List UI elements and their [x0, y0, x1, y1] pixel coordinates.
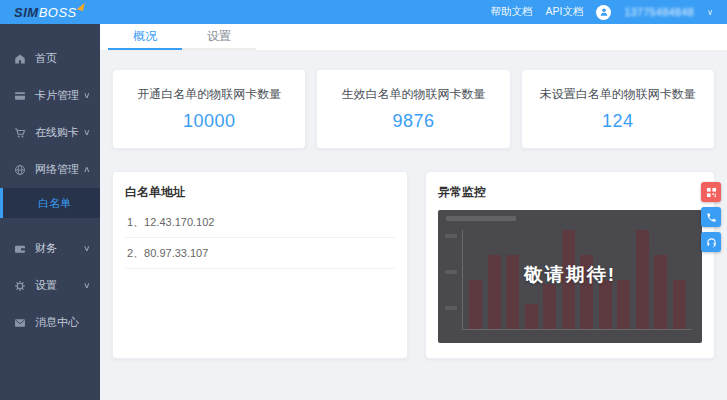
anomaly-monitor-panel: 异常监控 敬请期待!: [425, 171, 715, 359]
sidebar-nav: 首页 卡片管理 ∨ 在线购卡 ∨ 网络管理 ∧ 白名单 财: [0, 24, 100, 400]
sidebar-item-label: 消息中心: [35, 315, 90, 330]
sidebar-item-label: 设置: [35, 278, 84, 293]
whitelist-panel-title: 白名单地址: [125, 184, 395, 201]
chevron-up-icon: ∧: [83, 165, 91, 174]
monitor-panel-title: 异常监控: [438, 184, 702, 201]
globe-network-icon: [14, 164, 26, 176]
tab-overview[interactable]: 概况: [108, 24, 182, 50]
mail-icon: [14, 317, 26, 329]
headset-icon: [706, 237, 717, 248]
stat-cards-row: 开通白名单的物联网卡数量 10000 生效白名单的物联网卡数量 9876 未设置…: [112, 69, 715, 149]
sidebar-item-settings[interactable]: 设置 ∨: [0, 267, 100, 304]
help-docs-link[interactable]: 帮助文档: [490, 5, 532, 19]
user-avatar[interactable]: [596, 5, 611, 20]
sidebar-subitem-label: 白名单: [38, 196, 71, 211]
stat-card-no-whitelist: 未设置白名单的物联网卡数量 124: [521, 69, 715, 149]
chart-bar: [525, 304, 538, 329]
chart-faint-title-placeholder: [446, 216, 516, 221]
whitelist-address-item: 1、12.43.170.102: [125, 207, 395, 238]
customer-service-button[interactable]: [701, 232, 721, 252]
tab-bar: 概况 设置: [100, 24, 727, 51]
sidebar-item-finance[interactable]: 财务 ∨: [0, 230, 100, 267]
sidebar-item-card-management[interactable]: 卡片管理 ∨: [0, 77, 100, 114]
logo-sim-text: SIM: [14, 5, 39, 20]
user-menu-chevron-down-icon[interactable]: ∨: [707, 8, 713, 17]
phone-icon: [706, 212, 717, 223]
sidebar-subitem-whitelist-active[interactable]: 白名单: [0, 188, 100, 218]
sidebar-item-label: 首页: [35, 51, 90, 66]
whitelist-address-item: 2、80.97.33.107: [125, 238, 395, 269]
sidebar-item-label: 财务: [35, 241, 84, 256]
stat-label: 生效白名单的物联网卡数量: [341, 86, 485, 103]
stat-value: 9876: [392, 111, 434, 132]
sidebar-item-message-center[interactable]: 消息中心: [0, 304, 100, 341]
stat-label: 开通白名单的物联网卡数量: [137, 86, 281, 103]
chevron-down-icon: ∨: [83, 281, 91, 290]
stat-value: 10000: [183, 111, 236, 132]
coming-soon-overlay: 敬请期待!: [438, 261, 702, 287]
sidebar-item-buy-cards-online[interactable]: 在线购卡 ∨: [0, 114, 100, 151]
stat-label: 未设置白名单的物联网卡数量: [540, 86, 696, 103]
user-icon: [599, 7, 609, 17]
whitelist-address-panel: 白名单地址 1、12.43.170.1022、80.97.33.107: [112, 171, 408, 359]
floating-action-buttons: [701, 182, 721, 252]
chart-faint-tick: [445, 306, 457, 310]
chevron-down-icon: ∨: [83, 91, 91, 100]
whitelist-address-list: 1、12.43.170.1022、80.97.33.107: [125, 207, 395, 269]
stat-card-effective-whitelist: 生效白名单的物联网卡数量 9876: [316, 69, 510, 149]
sidebar-item-network-management[interactable]: 网络管理 ∧: [0, 151, 100, 188]
top-header: SIMBOSS 帮助文档 API文档 13775484848 ∨: [0, 0, 727, 24]
chevron-down-icon: ∨: [83, 128, 91, 137]
stat-value: 124: [602, 111, 634, 132]
sidebar-item-label: 卡片管理: [35, 88, 84, 103]
gear-icon: [14, 280, 26, 292]
qrcode-icon: [706, 187, 717, 198]
chart-bar: [543, 284, 556, 329]
api-docs-link[interactable]: API文档: [545, 5, 583, 19]
cart-icon: [14, 127, 26, 139]
logo-flag-icon: [77, 3, 85, 11]
qrcode-button[interactable]: [701, 182, 721, 202]
sidebar-item-label: 网络管理: [35, 162, 84, 177]
stat-card-activated-whitelist: 开通白名单的物联网卡数量 10000: [112, 69, 306, 149]
sidebar-item-home[interactable]: 首页: [0, 40, 100, 77]
anomaly-monitor-chart: 敬请期待!: [438, 210, 702, 343]
tab-settings[interactable]: 设置: [182, 24, 256, 50]
main-area: 概况 设置 开通白名单的物联网卡数量 10000 生效白名单的物联网卡数量 98…: [100, 24, 727, 400]
sim-card-icon: [14, 90, 26, 102]
simboss-logo[interactable]: SIMBOSS: [14, 5, 85, 20]
home-icon: [14, 53, 26, 65]
sidebar-item-label: 在线购卡: [35, 125, 84, 140]
wallet-icon: [14, 243, 26, 255]
phone-contact-button[interactable]: [701, 207, 721, 227]
chevron-down-icon: ∨: [83, 244, 91, 253]
logo-boss-text: BOSS: [39, 5, 77, 20]
chart-faint-tick: [445, 234, 457, 238]
user-phone-number[interactable]: 13775484848: [624, 6, 694, 18]
sidebar-spacer: [0, 218, 100, 230]
